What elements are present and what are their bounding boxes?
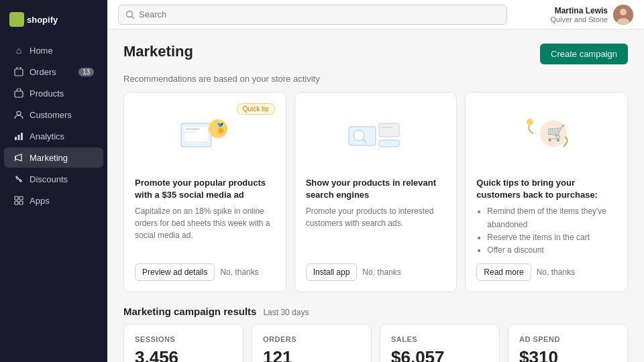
ad-spend-label: AD SPEND: [519, 335, 616, 343]
quick-tip-badge: Quick tip: [237, 103, 275, 115]
metric-sessions: SESSIONS 3,456 8,467 total shop sessions: [123, 324, 244, 362]
rec-card-title-2: Show your products in relevant search en…: [306, 177, 446, 201]
metrics-grid: SESSIONS 3,456 8,467 total shop sessions…: [123, 324, 628, 362]
svg-rect-3: [15, 91, 23, 97]
card-actions-1: Preview ad details No, thanks: [135, 263, 275, 281]
quick-tips-illustration: 🛒: [517, 110, 577, 164]
svg-rect-21: [186, 131, 196, 133]
svg-text:shopify: shopify: [27, 15, 58, 25]
bullet-1: Remind them of the items they've abandon…: [487, 205, 616, 231]
preview-ad-button[interactable]: Preview ad details: [135, 263, 215, 281]
svg-rect-13: [19, 201, 23, 204]
orders-value: 121: [263, 347, 360, 362]
search-box[interactable]: [118, 5, 507, 25]
svg-rect-7: [21, 133, 23, 140]
sidebar-item-marketing[interactable]: Marketing: [4, 147, 103, 168]
sidebar-item-apps-label: Apps: [30, 196, 50, 206]
svg-rect-28: [381, 129, 389, 131]
orders-badge: 13: [78, 68, 94, 76]
rec-card-image-2: [306, 103, 446, 170]
sidebar-logo: shopify: [0, 5, 107, 40]
sidebar-item-apps[interactable]: Apps: [4, 190, 103, 210]
bullet-3: Offer a discount: [487, 244, 616, 257]
sidebar-item-analytics[interactable]: Analytics: [4, 126, 103, 146]
search-icon: [125, 10, 135, 19]
svg-text:🛒: 🛒: [547, 124, 566, 142]
apps-icon: [13, 195, 24, 206]
svg-rect-10: [15, 196, 18, 200]
customers-icon: [13, 109, 24, 120]
user-info: Martina Lewis Quiver and Stone: [550, 6, 608, 23]
rec-card-search-engines: Show your products in relevant search en…: [294, 92, 458, 292]
sidebar-item-marketing-label: Marketing: [30, 153, 68, 163]
sidebar-item-orders[interactable]: Orders 13: [4, 62, 103, 82]
user-store: Quiver and Stone: [550, 15, 608, 23]
rec-card-title-3: Quick tips to bring your customers back …: [476, 177, 616, 201]
discounts-icon: [13, 174, 24, 184]
rec-card-image-3: 🛒: [476, 103, 616, 170]
sidebar-item-customers-label: Customers: [30, 110, 72, 120]
home-icon: ⌂: [13, 45, 24, 56]
no-thanks-2-button[interactable]: No, thanks: [362, 267, 400, 277]
page-header: Marketing Create campaign: [123, 43, 628, 64]
sidebar-item-orders-label: Orders: [30, 67, 56, 77]
sessions-value: 3,456: [135, 347, 232, 362]
page-title: Marketing: [123, 43, 193, 60]
svg-rect-29: [379, 140, 399, 147]
recommendations-label: Recommendations are based on your store …: [123, 74, 628, 84]
svg-point-14: [127, 11, 133, 17]
user-area: Martina Lewis Quiver and Stone: [550, 5, 633, 25]
sidebar-item-customers[interactable]: Customers: [4, 105, 103, 125]
card-actions-2: Install app No, thanks: [306, 263, 446, 281]
results-title: Marketing campaign results: [123, 306, 256, 317]
ad-spend-value: $310: [519, 347, 616, 362]
svg-point-32: [527, 119, 533, 125]
svg-point-25: [354, 130, 364, 141]
social-media-illustration: 🏅: [174, 110, 235, 164]
svg-rect-0: [9, 12, 24, 27]
rec-card-desc-2: Promote your products to interested cust…: [306, 205, 446, 257]
metric-ad-spend: AD SPEND $310: [508, 324, 628, 362]
analytics-icon: [13, 131, 24, 141]
svg-point-16: [620, 9, 627, 15]
content-area: Marketing Create campaign Recommendation…: [107, 29, 644, 362]
orders-label: ORDERS: [263, 335, 360, 343]
no-thanks-3-button[interactable]: No, thanks: [537, 267, 575, 277]
svg-rect-2: [15, 69, 23, 76]
search-input[interactable]: [139, 9, 500, 19]
install-app-button[interactable]: Install app: [306, 263, 358, 281]
no-thanks-1-button[interactable]: No, thanks: [220, 267, 258, 277]
results-header: Marketing campaign results Last 30 days: [123, 306, 628, 317]
sidebar: shopify ⌂ Home Orders 13 Products Custom…: [0, 0, 107, 362]
rec-card-image-1: Quick tip 🏅: [135, 103, 275, 170]
bullet-2: Reserve the items in the cart: [487, 231, 616, 244]
results-subtitle: Last 30 days: [263, 308, 309, 317]
search-engines-illustration: [345, 110, 406, 164]
sidebar-item-products-label: Products: [30, 88, 64, 99]
avatar[interactable]: [613, 5, 633, 25]
svg-point-8: [17, 178, 19, 180]
metric-sales: SALES $6,057 $10,367 total shop sales: [380, 324, 500, 362]
sidebar-item-products[interactable]: Products: [4, 83, 103, 103]
rec-card-title-1: Promote your popular products with a $35…: [135, 177, 275, 201]
rec-card-quick-tips: 🛒 Quick tips to bring your customers bac…: [465, 92, 628, 292]
sidebar-item-home-label: Home: [30, 46, 53, 56]
svg-rect-6: [18, 135, 20, 140]
sidebar-item-discounts[interactable]: Discounts: [4, 169, 103, 189]
rec-card-desc-1: Capitalize on an 18% spike in online ord…: [135, 205, 275, 257]
svg-point-4: [17, 111, 21, 115]
user-name: Martina Lewis: [550, 6, 608, 15]
recommendations-grid: Quick tip 🏅 Promote your popular product…: [123, 92, 628, 292]
read-more-button[interactable]: Read more: [476, 263, 531, 281]
sidebar-item-home[interactable]: ⌂ Home: [4, 40, 103, 60]
sales-label: SALES: [391, 335, 488, 343]
sidebar-item-analytics-label: Analytics: [30, 131, 64, 141]
sidebar-item-discounts-label: Discounts: [30, 174, 68, 184]
sessions-label: SESSIONS: [135, 335, 232, 343]
card-actions-3: Read more No, thanks: [476, 263, 616, 281]
svg-rect-5: [15, 137, 17, 140]
svg-rect-27: [381, 127, 393, 128]
sales-value: $6,057: [391, 347, 488, 362]
create-campaign-button[interactable]: Create campaign: [540, 44, 628, 64]
orders-icon: [13, 66, 24, 77]
